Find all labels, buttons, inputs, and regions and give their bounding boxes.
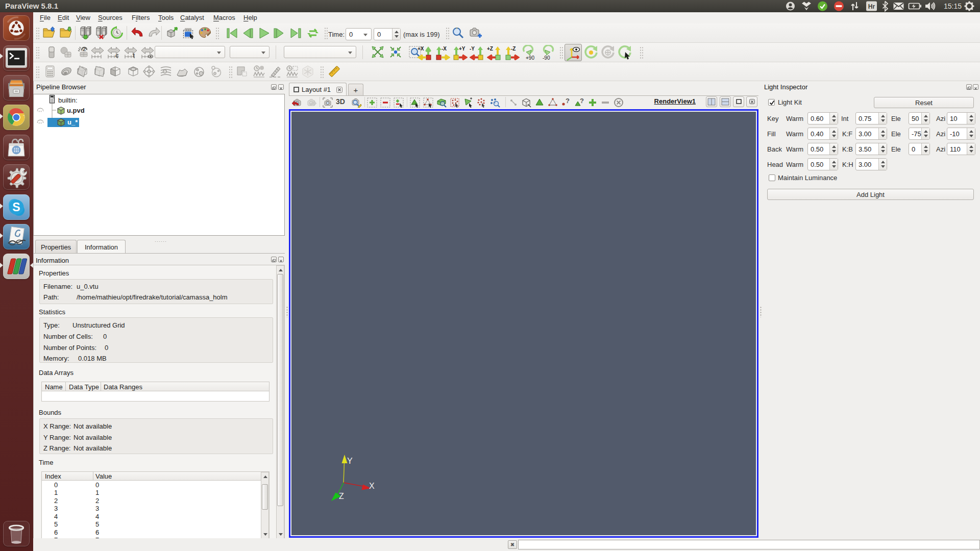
svg-text:+90: +90: [526, 55, 534, 60]
svg-text:c: c: [115, 52, 119, 59]
svg-text:?: ?: [580, 97, 584, 105]
svg-text:Hr: Hr: [868, 3, 875, 10]
svg-text:2: 2: [83, 46, 86, 52]
svg-text:Y: Y: [347, 457, 353, 465]
svg-text:+Z: +Z: [487, 46, 493, 52]
svg-text:+X: +X: [418, 46, 424, 52]
svg-text:X: X: [369, 482, 375, 490]
svg-text:+Y: +Y: [459, 46, 465, 52]
svg-text:-90: -90: [543, 55, 550, 60]
svg-text:-Y: -Y: [470, 46, 475, 52]
svg-text:-Z: -Z: [511, 46, 516, 52]
svg-text:-X: -X: [442, 46, 447, 52]
svg-text:Z: Z: [339, 492, 344, 500]
svg-text:?: ?: [566, 97, 570, 105]
svg-text:t: t: [133, 52, 135, 59]
svg-text:S: S: [12, 201, 20, 214]
